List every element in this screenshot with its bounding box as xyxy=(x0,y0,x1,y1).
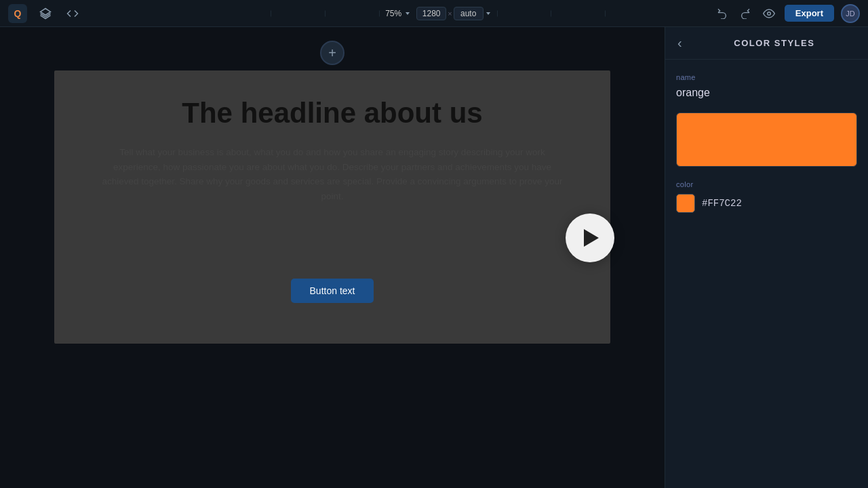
svg-point-1 xyxy=(768,12,771,15)
zoom-value: 75% xyxy=(385,9,401,18)
export-button[interactable]: Export xyxy=(785,5,834,22)
canvas-wrapper: The headline about us Tell what your bus… xyxy=(54,70,610,425)
toolbar: Q 75% × xyxy=(0,0,868,27)
redo-btn[interactable] xyxy=(737,5,753,22)
play-triangle-icon xyxy=(584,229,599,247)
ruler-tab xyxy=(551,10,606,17)
add-section-button[interactable]: + xyxy=(320,41,344,65)
color-dot[interactable] xyxy=(676,194,695,213)
height-dropdown-icon xyxy=(485,10,492,17)
ruler-tabs xyxy=(190,10,380,17)
preview-btn[interactable] xyxy=(760,5,778,22)
panel-back-button[interactable]: ‹ xyxy=(676,34,684,52)
section-body-text: Tell what your business is about, what y… xyxy=(102,145,563,203)
ruler-tabs-right xyxy=(497,10,606,17)
width-input[interactable] xyxy=(416,7,446,20)
canvas-area: + The headline about us Tell what your b… xyxy=(0,27,665,488)
panel-title: COLOR STYLES xyxy=(692,38,857,48)
ruler-tab xyxy=(190,10,271,17)
toolbar-right: Export JD xyxy=(714,4,860,23)
color-swatch-large[interactable] xyxy=(676,113,857,167)
toolbar-center: 75% × xyxy=(81,7,714,20)
name-label: name xyxy=(676,73,857,81)
ruler-tab xyxy=(271,10,326,17)
layers-icon-btn[interactable] xyxy=(37,5,54,22)
dimension-separator: × xyxy=(448,9,452,18)
code-icon-btn[interactable] xyxy=(64,5,81,22)
name-field-group: name orange xyxy=(676,73,857,99)
color-field-group: color #FF7C22 xyxy=(676,180,857,213)
panel-header: ‹ COLOR STYLES xyxy=(665,27,868,60)
name-value: orange xyxy=(676,87,857,99)
main-area: + The headline about us Tell what your b… xyxy=(0,27,868,488)
color-row: #FF7C22 xyxy=(676,194,857,213)
color-hex-value: #FF7C22 xyxy=(702,198,742,209)
ruler-tab xyxy=(326,10,380,17)
section-headline: The headline about us xyxy=(182,98,482,129)
logo-icon: Q xyxy=(8,4,27,23)
ruler-tab xyxy=(497,10,551,17)
canvas-section: The headline about us Tell what your bus… xyxy=(54,70,610,344)
play-button[interactable] xyxy=(566,214,614,262)
zoom-control: 75% xyxy=(385,9,411,18)
height-input[interactable] xyxy=(454,7,484,20)
toolbar-left: Q xyxy=(8,4,81,23)
undo-btn[interactable] xyxy=(714,5,730,22)
dark-section xyxy=(54,344,610,425)
color-label: color xyxy=(676,180,857,188)
zoom-dropdown-icon xyxy=(404,10,411,17)
panel-body: name orange color #FF7C22 xyxy=(665,60,868,226)
cta-button[interactable]: Button text xyxy=(291,279,374,303)
avatar: JD xyxy=(841,4,860,23)
color-styles-panel: ‹ COLOR STYLES name orange color #FF7C22 xyxy=(665,27,868,488)
